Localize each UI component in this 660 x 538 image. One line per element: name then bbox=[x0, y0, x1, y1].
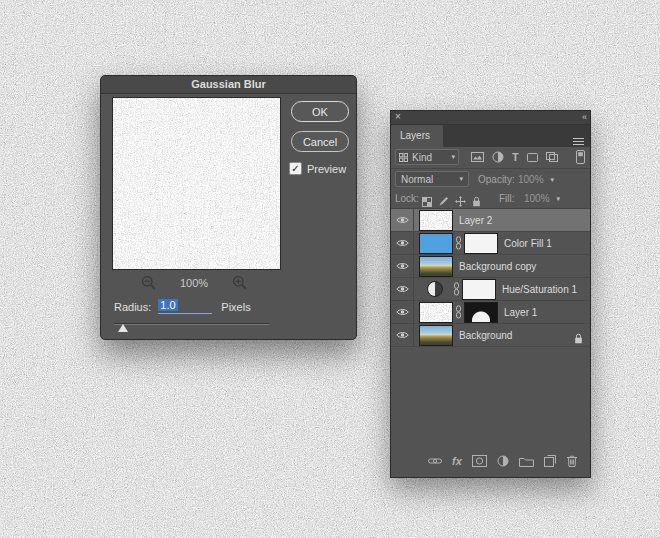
preview-checkbox[interactable]: ✓ Preview bbox=[289, 162, 346, 175]
layer-thumbnail[interactable] bbox=[419, 325, 453, 346]
new-layer-icon[interactable] bbox=[544, 455, 556, 467]
adjustment-layer-icon[interactable] bbox=[419, 280, 451, 299]
layer-name[interactable]: Hue/Saturation 1 bbox=[502, 284, 577, 295]
layer-row-layer-1[interactable]: Layer 1 bbox=[391, 301, 590, 324]
layer-mask-thumbnail[interactable] bbox=[464, 302, 498, 323]
chevron-down-icon[interactable]: ▾ bbox=[557, 195, 561, 203]
radius-value-selected: 1.0 bbox=[158, 299, 177, 311]
tab-layers[interactable]: Layers bbox=[391, 125, 443, 147]
layers-panel: × « Layers Kind ▾ T bbox=[390, 110, 591, 478]
blend-mode-row: Normal ▾ Opacity: 100% ▾ bbox=[391, 169, 590, 190]
visibility-toggle[interactable] bbox=[391, 301, 414, 323]
mask-link-icon[interactable] bbox=[455, 305, 462, 319]
filter-kind-dropdown[interactable]: Kind ▾ bbox=[395, 149, 459, 165]
layer-name[interactable]: Background copy bbox=[459, 261, 536, 272]
layer-name[interactable]: Color Fill 1 bbox=[504, 238, 552, 249]
blur-preview-area[interactable] bbox=[112, 97, 281, 270]
radius-slider-thumb[interactable] bbox=[118, 324, 128, 332]
new-adjustment-layer-icon[interactable] bbox=[497, 455, 509, 467]
lock-label: Lock: bbox=[395, 193, 419, 204]
blend-mode-value: Normal bbox=[401, 174, 433, 185]
layer-row-background-copy[interactable]: Background copy bbox=[391, 255, 590, 278]
filter-toggle-switch[interactable] bbox=[576, 150, 585, 168]
layer-thumbnail[interactable] bbox=[419, 256, 453, 277]
fill-label: Fill: bbox=[499, 193, 515, 204]
layer-row-layer-2[interactable]: Layer 2 bbox=[391, 209, 590, 232]
layer-name[interactable]: Layer 2 bbox=[459, 215, 492, 226]
eye-icon bbox=[396, 262, 409, 270]
dialog-titlebar[interactable]: Gaussian Blur bbox=[101, 76, 356, 94]
collapse-panel-icon[interactable]: « bbox=[582, 111, 586, 123]
layer-name[interactable]: Background bbox=[459, 330, 512, 341]
lock-row: Lock: Fill: 100% ▾ bbox=[391, 190, 590, 209]
visibility-toggle[interactable] bbox=[391, 278, 414, 300]
cancel-button[interactable]: Cancel bbox=[291, 131, 349, 152]
hue-saturation-icon bbox=[427, 281, 443, 297]
radius-input[interactable]: 1.0 bbox=[158, 299, 212, 314]
filter-kind-label: Kind bbox=[412, 152, 432, 163]
add-layer-mask-icon[interactable] bbox=[472, 455, 487, 467]
layer-locked-icon bbox=[574, 330, 583, 348]
zoom-out-icon[interactable] bbox=[141, 275, 157, 295]
eye-icon bbox=[396, 285, 409, 293]
ok-button[interactable]: OK bbox=[291, 101, 349, 122]
radius-slider-track[interactable] bbox=[114, 323, 269, 324]
layer-mask-thumbnail[interactable] bbox=[464, 233, 498, 254]
eye-icon bbox=[396, 239, 409, 247]
filter-pixel-layers-icon[interactable] bbox=[471, 152, 484, 162]
opacity-label: Opacity: bbox=[478, 174, 515, 185]
dialog-title: Gaussian Blur bbox=[191, 78, 266, 90]
panel-header: × « bbox=[391, 111, 590, 125]
blend-mode-dropdown[interactable]: Normal ▾ bbox=[395, 171, 469, 187]
chevron-down-icon: ▾ bbox=[459, 175, 463, 183]
visibility-toggle[interactable] bbox=[391, 255, 414, 277]
layer-style-fx-button[interactable]: fx bbox=[452, 455, 462, 467]
filter-shape-layers-icon[interactable] bbox=[527, 153, 538, 162]
layer-list: Layer 2 Color Fill 1 Background copy bbox=[391, 209, 590, 347]
chevron-down-icon[interactable]: ▾ bbox=[551, 176, 555, 184]
layer-thumbnail[interactable] bbox=[419, 302, 453, 323]
link-layers-icon[interactable] bbox=[428, 457, 442, 465]
filter-adjustment-layers-icon[interactable] bbox=[492, 151, 504, 163]
layers-panel-toolbar: fx bbox=[391, 450, 590, 472]
layer-thumbnail[interactable] bbox=[419, 210, 453, 231]
eye-icon bbox=[396, 216, 409, 224]
fill-layer-swatch[interactable] bbox=[419, 233, 453, 254]
radius-row: Radius: 1.0 Pixels bbox=[114, 299, 251, 314]
panel-tab-bar: Layers bbox=[391, 125, 590, 147]
layer-row-hue-saturation-1[interactable]: Hue/Saturation 1 bbox=[391, 278, 590, 301]
preview-checkbox-label: Preview bbox=[307, 163, 346, 175]
delete-layer-trash-icon[interactable] bbox=[566, 455, 578, 467]
layer-filter-row: Kind ▾ T bbox=[391, 147, 590, 169]
filter-smart-object-icon[interactable] bbox=[546, 152, 558, 162]
checkbox-checked-icon[interactable]: ✓ bbox=[289, 162, 302, 175]
preview-noise-image bbox=[113, 98, 280, 269]
layer-name[interactable]: Layer 1 bbox=[504, 307, 537, 318]
radius-unit-label: Pixels bbox=[221, 301, 250, 313]
layer-mask-thumbnail[interactable] bbox=[462, 279, 496, 300]
fill-value[interactable]: 100% bbox=[524, 193, 550, 204]
radius-label: Radius: bbox=[114, 301, 151, 313]
eye-icon bbox=[396, 308, 409, 316]
mask-link-icon[interactable] bbox=[455, 236, 462, 250]
zoom-level-label: 100% bbox=[168, 277, 220, 289]
mask-link-icon[interactable] bbox=[453, 282, 460, 296]
layer-row-color-fill-1[interactable]: Color Fill 1 bbox=[391, 232, 590, 255]
visibility-toggle[interactable] bbox=[391, 209, 414, 231]
layer-row-background[interactable]: Background bbox=[391, 324, 590, 347]
zoom-in-icon[interactable] bbox=[232, 275, 248, 295]
chevron-down-icon: ▾ bbox=[451, 153, 455, 161]
opacity-value[interactable]: 100% bbox=[518, 174, 544, 185]
close-icon[interactable]: × bbox=[395, 111, 401, 123]
visibility-toggle[interactable] bbox=[391, 232, 414, 254]
grid-icon bbox=[399, 153, 408, 162]
filter-type-layers-icon[interactable]: T bbox=[512, 152, 519, 163]
new-group-folder-icon[interactable] bbox=[519, 456, 534, 467]
gaussian-blur-dialog: Gaussian Blur OK Cancel ✓ Preview 100% R… bbox=[100, 75, 357, 340]
eye-icon bbox=[396, 331, 409, 339]
visibility-toggle[interactable] bbox=[391, 324, 414, 346]
